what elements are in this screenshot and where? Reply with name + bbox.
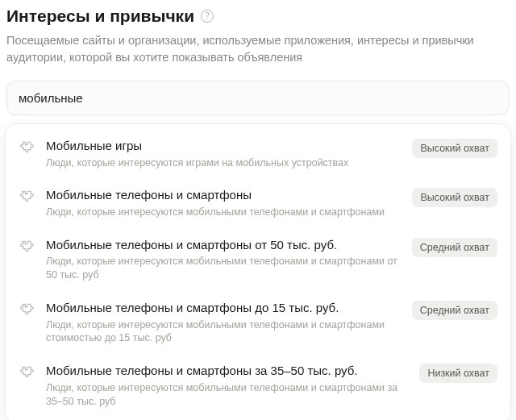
suggestion-title: Мобильные телефоны и смартфоны bbox=[46, 187, 401, 203]
puzzle-icon bbox=[17, 238, 35, 256]
suggestions-dropdown: Мобильные игрыЛюди, которые интересуются… bbox=[5, 123, 511, 420]
section-subtitle: Посещаемые сайты и организации, использу… bbox=[6, 32, 510, 66]
suggestion-body: Мобильные игрыЛюди, которые интересуются… bbox=[46, 138, 401, 169]
suggestion-item[interactable]: Мобильные телефоны и смартфоны до 15 тыс… bbox=[6, 291, 510, 354]
search-input[interactable] bbox=[6, 81, 510, 115]
suggestion-item[interactable]: Мобильные телефоны и смартфоны от 50 тыс… bbox=[6, 228, 510, 291]
puzzle-icon bbox=[17, 301, 35, 318]
suggestion-body: Мобильные телефоны и смартфоны за 35–50 … bbox=[46, 363, 408, 408]
puzzle-icon bbox=[17, 188, 35, 206]
suggestion-title: Мобильные игры bbox=[46, 138, 401, 154]
suggestion-description: Люди, которые интересуются играми на моб… bbox=[46, 156, 401, 170]
suggestion-body: Мобильные телефоны и смартфоныЛюди, кото… bbox=[46, 187, 401, 218]
suggestion-description: Люди, которые интересуются мобильными те… bbox=[46, 381, 408, 409]
suggestion-title: Мобильные телефоны и смартфоны до 15 тыс… bbox=[46, 300, 401, 316]
suggestion-description: Люди, которые интересуются мобильными те… bbox=[46, 255, 401, 282]
suggestion-item[interactable]: Мобильные игрыЛюди, которые интересуются… bbox=[6, 129, 510, 178]
reach-badge: Средний охват bbox=[412, 301, 497, 320]
reach-badge: Высокий охват bbox=[412, 188, 497, 207]
suggestion-title: Мобильные телефоны и смартфоны от 50 тыс… bbox=[46, 237, 401, 253]
reach-badge: Средний охват bbox=[412, 238, 497, 257]
suggestion-description: Люди, которые интересуются мобильными те… bbox=[46, 206, 401, 219]
suggestion-body: Мобильные телефоны и смартфоны от 50 тыс… bbox=[46, 237, 401, 282]
help-icon[interactable]: ? bbox=[201, 10, 214, 23]
suggestion-body: Мобильные телефоны и смартфоны до 15 тыс… bbox=[46, 300, 401, 345]
section-header: Интересы и привычки ? Посещаемые сайты и… bbox=[3, 6, 513, 76]
section-title: Интересы и привычки bbox=[6, 6, 194, 26]
puzzle-icon bbox=[17, 139, 35, 156]
reach-badge: Высокий охват bbox=[412, 139, 497, 158]
puzzle-icon bbox=[17, 364, 35, 381]
suggestion-item[interactable]: Мобильные телефоны и смартфоныЛюди, кото… bbox=[6, 178, 510, 227]
suggestion-description: Люди, которые интересуются мобильными те… bbox=[46, 318, 401, 346]
suggestion-item[interactable]: Мобильные телефоны и смартфоны за 35–50 … bbox=[6, 354, 510, 417]
reach-badge: Низкий охват bbox=[419, 364, 497, 383]
suggestion-title: Мобильные телефоны и смартфоны за 35–50 … bbox=[46, 363, 408, 379]
